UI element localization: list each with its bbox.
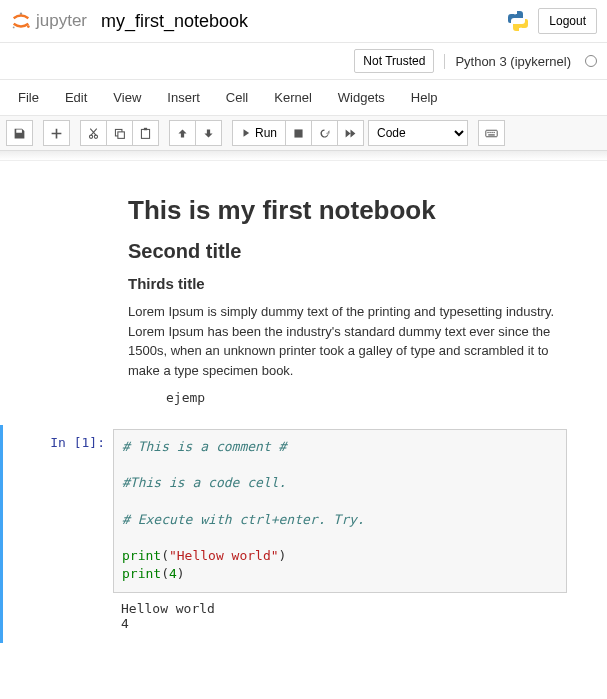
save-button[interactable] [6, 120, 33, 146]
output-area: Hellow world 4 [113, 593, 567, 639]
play-icon [241, 128, 251, 138]
notebook-area: This is my first notebook Second title T… [0, 161, 607, 663]
run-button[interactable]: Run [232, 120, 286, 146]
move-up-button[interactable] [169, 120, 196, 146]
subheader: Not Trusted Python 3 (ipykernel) [0, 43, 607, 80]
heading-2: Second title [128, 240, 567, 263]
heading-1: This is my first notebook [128, 195, 567, 226]
trust-button[interactable]: Not Trusted [354, 49, 434, 73]
input-prompt: In [1]: [3, 429, 113, 639]
arrow-up-icon [176, 127, 189, 140]
paste-button[interactable] [133, 120, 159, 146]
heading-3: Thirds title [128, 275, 567, 292]
code-sample: ejemp [166, 390, 567, 405]
insert-cell-button[interactable] [43, 120, 70, 146]
svg-rect-10 [144, 127, 147, 129]
svg-rect-17 [488, 134, 495, 135]
copy-button[interactable] [107, 120, 133, 146]
menu-cell[interactable]: Cell [214, 84, 260, 111]
interrupt-button[interactable] [286, 120, 312, 146]
cut-icon [87, 127, 100, 140]
svg-rect-15 [492, 131, 493, 132]
fast-forward-icon [344, 127, 357, 140]
menu-view[interactable]: View [101, 84, 153, 111]
jupyter-text: jupyter [36, 11, 87, 31]
menu-insert[interactable]: Insert [155, 84, 212, 111]
menu-edit[interactable]: Edit [53, 84, 99, 111]
svg-rect-16 [494, 131, 495, 132]
svg-point-4 [520, 28, 522, 30]
restart-icon [318, 127, 331, 140]
svg-rect-11 [294, 129, 302, 137]
separator [0, 151, 607, 161]
cell-type-select[interactable]: Code [368, 120, 468, 146]
svg-point-2 [13, 27, 15, 29]
keyboard-icon [485, 127, 498, 140]
notebook-name[interactable]: my_first_notebook [101, 11, 506, 32]
svg-rect-14 [489, 131, 490, 132]
paste-icon [139, 127, 152, 140]
markdown-cell[interactable]: This is my first notebook Second title T… [128, 195, 587, 405]
input-area: # This is a comment # #This is a code ce… [113, 429, 567, 639]
arrow-down-icon [202, 127, 215, 140]
save-icon [13, 127, 26, 140]
kernel-name[interactable]: Python 3 (ipykernel) [444, 54, 571, 69]
paragraph: Lorem Ipsum is simply dummy text of the … [128, 302, 567, 380]
svg-point-3 [514, 13, 516, 15]
menu-file[interactable]: File [6, 84, 51, 111]
jupyter-logo[interactable]: jupyter [10, 10, 87, 32]
plus-icon [50, 127, 63, 140]
toolbar: Run Code [0, 116, 607, 151]
svg-rect-9 [141, 129, 149, 138]
svg-rect-13 [487, 131, 488, 132]
jupyter-icon [10, 10, 32, 32]
svg-point-5 [89, 135, 92, 138]
run-label: Run [255, 126, 277, 140]
header: jupyter my_first_notebook Logout [0, 0, 607, 43]
cut-button[interactable] [80, 120, 107, 146]
code-cell[interactable]: In [1]: # This is a comment # #This is a… [0, 425, 587, 643]
menubar: File Edit View Insert Cell Kernel Widget… [0, 80, 607, 116]
menu-help[interactable]: Help [399, 84, 450, 111]
stop-icon [292, 127, 305, 140]
restart-button[interactable] [312, 120, 338, 146]
code-input[interactable]: # This is a comment # #This is a code ce… [113, 429, 567, 593]
menu-kernel[interactable]: Kernel [262, 84, 324, 111]
menu-widgets[interactable]: Widgets [326, 84, 397, 111]
python-icon [506, 9, 530, 33]
restart-run-all-button[interactable] [338, 120, 364, 146]
svg-rect-12 [486, 130, 497, 137]
copy-icon [113, 127, 126, 140]
move-down-button[interactable] [196, 120, 222, 146]
svg-rect-8 [118, 131, 125, 138]
command-palette-button[interactable] [478, 120, 505, 146]
kernel-indicator-icon [585, 55, 597, 67]
logout-button[interactable]: Logout [538, 8, 597, 34]
svg-point-6 [94, 135, 97, 138]
